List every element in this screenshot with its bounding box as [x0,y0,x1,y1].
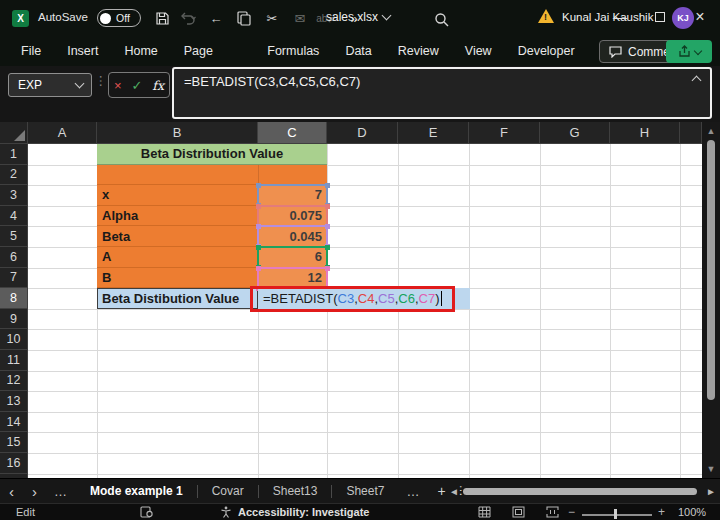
collapse-formula-bar-icon[interactable] [692,76,702,86]
tab-insert[interactable]: Insert [54,36,111,66]
cell-b8-result-label[interactable]: Beta Distibution Value [97,288,258,309]
save-icon [155,11,170,26]
save-button[interactable] [150,6,174,30]
row-header-2[interactable]: 2 [0,165,28,186]
cell-b3-label[interactable]: x [97,185,258,206]
formula-bar: EXP … × ✓ fx =BETADIST(C3,C4,C5,C6,C7) [0,66,720,122]
gridline [610,144,611,478]
row-header-5[interactable]: 5 [0,226,28,247]
accessibility-icon[interactable] [220,506,232,518]
mail-button[interactable]: ✉ [288,6,312,30]
tab-home[interactable]: Home [111,36,170,66]
row-header-4[interactable]: 4 [0,206,28,227]
hscroll-right-icon[interactable]: ► [706,486,716,497]
tab-file[interactable]: File [8,36,54,66]
copy-button[interactable] [232,6,256,30]
chevron-down-icon [75,79,85,89]
tab-data[interactable]: Data [332,36,384,66]
gridline [28,474,702,475]
hscroll-left-icon[interactable]: ◄ [449,486,459,497]
row-header-11[interactable]: 11 [0,350,28,371]
accessibility-status[interactable]: Accessibility: Investigate [238,506,369,518]
cell-b2-blank[interactable] [97,165,327,186]
warning-icon[interactable]: ! [538,9,554,23]
cell-b4-label[interactable]: Alpha [97,206,258,227]
tab-formulas[interactable]: Formulas [254,36,332,66]
column-header-g[interactable]: G [540,122,610,144]
all-sheets-left-button[interactable]: … [46,484,76,499]
row-header-14[interactable]: 14 [0,412,28,433]
row-header-3[interactable]: 3 [0,185,28,206]
column-header-partial[interactable] [680,122,702,144]
sheet-tab-covar[interactable]: Covar [198,479,258,504]
tab-developer[interactable]: Developer [505,36,588,66]
column-header-f[interactable]: F [469,122,540,144]
next-sheet-button[interactable]: › [23,483,46,500]
row-header-10[interactable]: 10 [0,329,28,350]
all-sheets-right-button[interactable]: … [398,484,428,499]
undo-button[interactable] [176,6,200,30]
sheet-tab-bar: ‹ › … Mode example 1CovarSheet13Sheet7 …… [0,478,720,503]
sheet-area[interactable]: Beta Distribution Value x Alpha Beta A B… [28,144,702,478]
column-header-h[interactable]: H [610,122,680,144]
search-button[interactable] [430,8,454,32]
zoom-level[interactable]: 100% [678,506,706,518]
scroll-down-icon[interactable]: ▼ [702,464,720,474]
maximize-button[interactable] [640,0,680,34]
row-header-6[interactable]: 6 [0,247,28,268]
horizontal-scrollbar[interactable] [463,488,701,495]
tab-review[interactable]: Review [385,36,452,66]
vertical-scrollbar[interactable]: ▲ ▼ [702,122,720,478]
cut-button[interactable]: ✂ [260,6,284,30]
zoom-slider-thumb[interactable] [614,509,617,519]
excel-app-icon[interactable]: X [12,10,29,27]
tab-view[interactable]: View [452,36,505,66]
row-header-12[interactable]: 12 [0,371,28,392]
share-button[interactable] [666,40,712,63]
row-header-9[interactable]: 9 [0,309,28,330]
close-button[interactable]: × [680,0,720,34]
cell-b7-label[interactable]: B [97,268,258,289]
column-header-e[interactable]: E [398,122,469,144]
zoom-in-button[interactable]: + [658,505,665,519]
sheet-tab-sheet13[interactable]: Sheet13 [259,479,332,504]
tab-page-layout[interactable]: Page Layout [171,36,255,66]
row-header-13[interactable]: 13 [0,391,28,412]
column-header-d[interactable]: D [327,122,398,144]
column-header-c[interactable]: C [258,122,327,144]
document-title[interactable]: sales.xlsx [326,10,390,24]
row-header-8[interactable]: 8 [0,288,28,309]
sheet-tab-mode-example-1[interactable]: Mode example 1 [76,479,197,504]
scroll-up-icon[interactable]: ▲ [702,126,720,136]
formula-input[interactable]: =BETADIST(C3,C4,C5,C6,C7) [172,67,712,119]
back-button[interactable]: ← [204,6,228,30]
page-break-view-button[interactable] [546,506,559,518]
sheet-tab-sheet7[interactable]: Sheet7 [332,479,398,504]
vertical-scroll-thumb[interactable] [707,140,715,400]
prev-sheet-button[interactable]: ‹ [0,483,23,500]
select-all-button[interactable] [0,122,28,144]
row-header-1[interactable]: 1 [0,144,28,165]
normal-view-button[interactable] [478,506,491,518]
cell-b6-label[interactable]: A [97,247,258,268]
autosave-label: AutoSave [38,11,88,23]
horizontal-scroll-thumb[interactable] [463,488,697,495]
row-header-7[interactable]: 7 [0,268,28,289]
column-header-b[interactable]: B [97,122,258,144]
cancel-entry-button[interactable]: × [114,78,122,93]
column-header-a[interactable]: A [28,122,97,144]
autosave-toggle[interactable]: Off [97,9,141,27]
ref-handle-icon [256,224,261,229]
name-box[interactable]: EXP [8,73,92,97]
cell-b5-label[interactable]: Beta [97,226,258,247]
insert-function-button[interactable]: fx [152,78,164,93]
page-layout-view-button[interactable] [512,506,525,518]
row-header-15[interactable]: 15 [0,432,28,453]
zoom-slider[interactable] [582,514,652,516]
confirm-entry-button[interactable]: ✓ [132,78,143,93]
cell-b1-title[interactable]: Beta Distribution Value [97,144,327,165]
row-header-16[interactable]: 16 [0,453,28,474]
macro-record-button[interactable] [140,506,153,518]
zoom-out-button[interactable]: − [568,505,575,519]
minimize-button[interactable]: — [600,0,640,34]
